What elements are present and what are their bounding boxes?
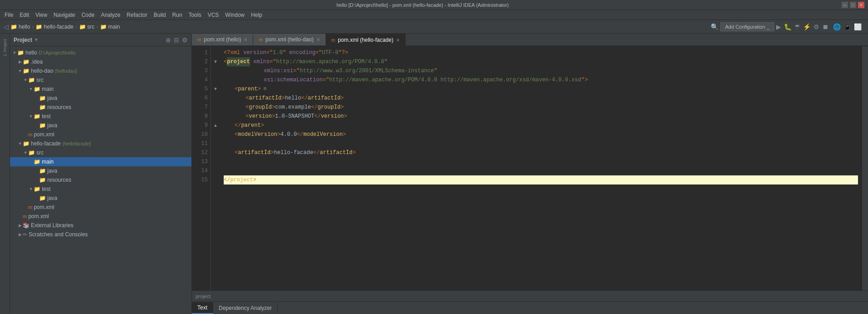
- tree-item-idea[interactable]: ▶ 📁 .idea: [10, 57, 191, 66]
- tree-item-scratches[interactable]: ▶ ✏ Scratches and Consoles: [10, 230, 191, 239]
- folder-icon-hello-facade: 📁: [23, 140, 30, 147]
- tree-item-java-dao[interactable]: 📁 java: [10, 94, 191, 103]
- arrow-idea[interactable]: ▶: [17, 60, 23, 64]
- search-everywhere-icon[interactable]: 🔍: [711, 23, 718, 30]
- menu-vcs[interactable]: VCS: [205, 11, 222, 19]
- pom-icon-root: m: [23, 214, 27, 219]
- folder-icon-main-dao: 📁: [34, 86, 40, 92]
- panel-header: Project ▾ ⊕ ⊟ ⚙: [10, 34, 191, 46]
- tree-item-test-facade[interactable]: ▼ 📁 test: [10, 184, 191, 194]
- tree-item-pom-root[interactable]: m pom.xml: [10, 212, 191, 221]
- tab-icon-hello: m: [197, 37, 201, 42]
- tab-pom-hello-dao[interactable]: m pom.xml (hello-dao) ✕: [253, 34, 326, 45]
- profile-icon[interactable]: ⚡: [803, 23, 811, 30]
- panel-add-icon[interactable]: ⊕: [166, 36, 171, 44]
- arrow-test-dao[interactable]: ▼: [28, 114, 34, 119]
- tree-item-resources-dao[interactable]: 📁 resources: [10, 103, 191, 112]
- code-line-2: <project xmlns="http://maven.apache.org/…: [224, 57, 858, 66]
- title-bar: hello [D:\Aproject\hello] - pom.xml (hel…: [0, 0, 868, 10]
- menu-navigate[interactable]: Navigate: [51, 11, 78, 19]
- tree-item-java-test-facade[interactable]: 📁 java: [10, 194, 191, 203]
- tree-item-hello-dao[interactable]: ▼ 📁 hello-dao [hellodao]: [10, 66, 191, 75]
- arrow-hello-facade[interactable]: ▼: [17, 141, 23, 146]
- arrow-scratches[interactable]: ▶: [17, 232, 23, 237]
- status-project: project: [196, 294, 211, 299]
- fold-marker-2[interactable]: ▼: [213, 57, 218, 66]
- breadcrumb-main[interactable]: 📁 main: [100, 24, 120, 30]
- menu-file[interactable]: File: [2, 11, 16, 19]
- tree-item-main-dao[interactable]: ▼ 📁 main: [10, 85, 191, 94]
- tab-close-facade[interactable]: ✕: [396, 38, 400, 43]
- tree-item-main-facade[interactable]: 📁 main: [10, 157, 191, 166]
- layout-icon[interactable]: ⬜: [854, 23, 862, 30]
- debug-icon[interactable]: 🐛: [784, 23, 792, 30]
- arrow-ext-libs[interactable]: ▶: [17, 223, 23, 228]
- menu-analyze[interactable]: Analyze: [98, 11, 123, 19]
- coverage-icon[interactable]: ☂: [794, 23, 800, 30]
- tree-item-external-libraries[interactable]: ▶ 📚 External Libraries: [10, 221, 191, 230]
- panel-collapse-icon[interactable]: ⊟: [174, 36, 179, 44]
- tree-item-java-facade[interactable]: 📁 java: [10, 166, 191, 175]
- breadcrumb-src[interactable]: 📁 src: [79, 24, 95, 30]
- fold-marker-9[interactable]: ▲: [213, 121, 218, 130]
- arrow-src-dao[interactable]: ▼: [23, 78, 28, 82]
- run-icon[interactable]: ▶: [776, 23, 781, 30]
- tree-item-src-facade[interactable]: ▼ 📁 src: [10, 148, 191, 157]
- folder-icon-resources-dao: 📁: [39, 104, 46, 110]
- add-configuration-button[interactable]: Add Configuration _: [720, 22, 774, 31]
- menu-code[interactable]: Code: [79, 11, 97, 19]
- tab-close-hello[interactable]: ✕: [244, 37, 247, 42]
- project-strip-icon[interactable]: 1: Project: [2, 35, 8, 60]
- arrow-hello-dao[interactable]: ▼: [17, 69, 23, 73]
- code-area[interactable]: <?xml version="1.0" encoding="UTF-8"?> <…: [220, 46, 862, 290]
- tree-item-pom-dao[interactable]: m pom.xml: [10, 130, 191, 139]
- menu-help[interactable]: Help: [248, 11, 265, 19]
- tab-pom-hello-facade[interactable]: m pom.xml (hello-facade) ✕: [326, 34, 406, 45]
- menu-view[interactable]: View: [33, 11, 50, 19]
- tree-item-hello-facade[interactable]: ▼ 📁 hello-facade [hellofacade]: [10, 139, 191, 148]
- arrow-test-facade[interactable]: ▼: [28, 187, 34, 191]
- tab-pom-hello[interactable]: m pom.xml (hello) ✕: [192, 34, 253, 45]
- back-icon[interactable]: ◁: [4, 23, 9, 30]
- menu-edit[interactable]: Edit: [17, 11, 32, 19]
- code-line-12: <artifactId>hello-facade</artifactId>: [224, 148, 858, 157]
- code-line-10: <modelVersion>4.0.0</modelVersion>: [224, 130, 858, 139]
- bottom-tab-dependency-analyzer[interactable]: Dependency Analyzer: [213, 302, 278, 314]
- breadcrumb-hello-facade[interactable]: 📁 hello-facade: [35, 24, 73, 30]
- bottom-tab-text[interactable]: Text: [192, 302, 213, 314]
- build-icon[interactable]: ⚙: [813, 23, 819, 30]
- menu-build[interactable]: Build: [151, 11, 169, 19]
- stop-icon[interactable]: ⏹: [822, 23, 828, 30]
- menu-refactor[interactable]: Refactor: [124, 11, 150, 19]
- arrow-src-facade[interactable]: ▼: [23, 150, 28, 155]
- menu-window[interactable]: Window: [222, 11, 247, 19]
- folder-icon-src-facade: 📁: [28, 150, 35, 156]
- arrow-hello[interactable]: ▼: [12, 50, 17, 55]
- tree-item-pom-facade[interactable]: m pom.xml: [10, 203, 191, 212]
- minimize-button[interactable]: ─: [842, 2, 848, 8]
- tab-close-dao[interactable]: ✕: [316, 37, 320, 42]
- tree-item-resources-facade[interactable]: 📁 resources: [10, 175, 191, 184]
- folder-icon-2: 📁: [35, 24, 42, 30]
- arrow-main-dao[interactable]: ▼: [28, 87, 34, 91]
- tab-icon-facade: m: [331, 38, 335, 43]
- pom-icon-facade: m: [28, 204, 32, 210]
- code-line-6: <artifactId>hello</artifactId>: [224, 94, 858, 103]
- menu-run[interactable]: Run: [170, 11, 185, 19]
- breadcrumb-hello[interactable]: 📁 hello: [10, 24, 30, 30]
- tree-item-src-dao[interactable]: ▼ 📁 src: [10, 75, 191, 85]
- restore-button[interactable]: □: [850, 2, 856, 8]
- menu-tools[interactable]: Tools: [186, 11, 204, 19]
- code-line-14: [224, 166, 858, 175]
- fold-marker-5[interactable]: ▼: [213, 85, 218, 94]
- browser-icon[interactable]: 🌐: [833, 23, 841, 30]
- tree-item-test-dao[interactable]: ▼ 📁 test: [10, 112, 191, 121]
- code-line-9: </parent>: [224, 121, 858, 130]
- folder-icon: 📁: [10, 24, 17, 30]
- tree-item-hello[interactable]: ▼ 📁 hello D:\Aproject\hello: [10, 48, 191, 57]
- tree-item-java-test-dao[interactable]: 📁 java: [10, 121, 191, 130]
- panel-settings-icon[interactable]: ⚙: [182, 36, 188, 44]
- pom-icon-dao: m: [28, 132, 32, 137]
- close-button[interactable]: ✕: [858, 2, 864, 8]
- device-icon[interactable]: 📱: [843, 23, 851, 30]
